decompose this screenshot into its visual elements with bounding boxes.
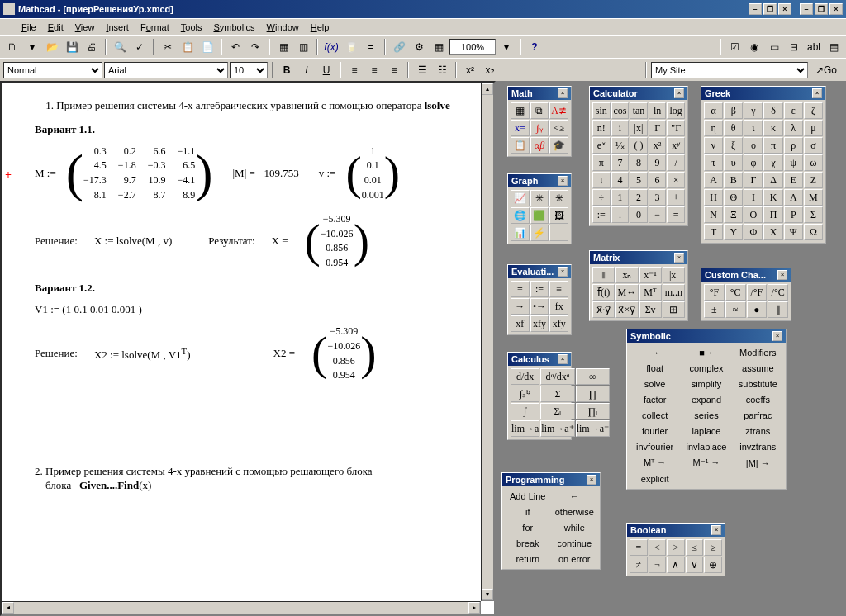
palette-item[interactable]: ι [744, 120, 763, 136]
palette-item[interactable]: ∏ [576, 386, 610, 402]
palette-item[interactable]: / [667, 154, 685, 171]
graph-btn[interactable]: 🌐 [511, 207, 530, 224]
palette-item[interactable]: Χ [763, 224, 782, 240]
palette-item[interactable]: assume [733, 361, 783, 376]
palette-item[interactable]: ν [704, 137, 723, 154]
palette-item[interactable]: dⁿ/dxⁿ [540, 368, 574, 385]
palette-item[interactable]: η [704, 120, 723, 136]
palette-item[interactable]: ∏ᵢ [576, 403, 610, 419]
palette-item[interactable]: Η [704, 189, 723, 206]
fx-button[interactable]: f(x) [322, 38, 340, 56]
palette-item[interactable]: ( ) [630, 137, 648, 154]
math-btn[interactable]: 📋 [511, 137, 530, 154]
palette-item[interactable]: δ [763, 102, 782, 119]
palette-item[interactable]: Μ [804, 189, 823, 206]
palette-item[interactable]: °C [725, 284, 746, 301]
palette-item[interactable]: factor [630, 392, 680, 407]
palette-item[interactable]: coeffs [733, 392, 783, 407]
palette-item[interactable]: lim→a⁺ [540, 420, 574, 437]
palette-item[interactable]: while [552, 520, 598, 535]
palette-item[interactable]: °F [704, 284, 725, 301]
greek-palette[interactable]: Greek× αβγδεζηθικλμνξοπρστυφχψωΑΒΓΔΕΖΗΘΙ… [701, 86, 826, 244]
palette-item[interactable]: = [630, 539, 648, 556]
palette-item[interactable]: •→ [530, 298, 549, 315]
menu-tools[interactable]: Tools [176, 21, 207, 34]
palette-item[interactable]: Ν [704, 206, 723, 223]
palette-item[interactable]: ψ [784, 154, 803, 171]
palette-item[interactable]: Mᵀ → [630, 455, 680, 471]
palette-item[interactable]: "Γ [667, 120, 685, 136]
palette-item[interactable]: α [704, 102, 723, 119]
math-palette[interactable]: Math× ▦⧉A≢ x=∫ᵧ<≥ 📋αβ🎓 [507, 86, 572, 157]
calculus-palette[interactable]: Calculus× d/dxdⁿ/dxⁿ∞∫ₐᵇΣ∏∫Σᵢ∏ᵢlim→alim→… [507, 352, 572, 440]
align2-button[interactable]: ▥ [294, 38, 312, 56]
underline-button[interactable]: U [317, 61, 335, 79]
bold-button[interactable]: B [278, 61, 296, 79]
palette-item[interactable]: 0 [630, 206, 648, 223]
palette-item[interactable]: × [667, 172, 685, 188]
new-button[interactable]: 🗋 [3, 38, 21, 56]
palette-item[interactable]: f⃗(t) [592, 284, 615, 301]
palette-item[interactable]: fourier [630, 424, 680, 438]
close-icon[interactable]: × [558, 267, 568, 277]
math-btn[interactable]: x= [511, 120, 530, 136]
go-button[interactable]: ↗Go [810, 61, 843, 79]
save-button[interactable]: 💾 [63, 38, 81, 56]
palette-item[interactable]: expand [681, 392, 731, 407]
palette-item[interactable]: log [667, 102, 685, 119]
palette-item[interactable]: eˣ [592, 137, 611, 154]
redo-button[interactable]: ↷ [246, 38, 264, 56]
palette-item[interactable]: 6 [649, 172, 667, 188]
palette-item[interactable]: ● [747, 301, 768, 318]
calculator-palette[interactable]: Calculator× sincostanlnlogn!i|x|Γ"Γeˣ¹⁄ₓ… [589, 86, 688, 226]
palette-item[interactable] [681, 471, 731, 486]
palette-item[interactable]: θ [724, 120, 743, 136]
palette-item[interactable]: Υ [724, 224, 743, 240]
palette-item[interactable]: Σv [639, 301, 662, 318]
sub-button[interactable]: x₂ [481, 61, 499, 79]
pal-push-button[interactable]: ▭ [765, 38, 783, 56]
menu-help[interactable]: Help [306, 21, 335, 34]
palette-item[interactable]: 9 [649, 154, 667, 171]
close-icon[interactable]: × [812, 88, 822, 98]
palette-item[interactable]: 5 [630, 172, 648, 188]
palette-item[interactable]: Ο [744, 206, 763, 223]
palette-item[interactable]: 8 [630, 154, 648, 171]
palette-item[interactable]: parfrac [733, 408, 783, 423]
palette-item[interactable]: xfy [530, 315, 549, 332]
palette-item[interactable]: solve [630, 377, 680, 391]
palette-item[interactable]: π [592, 154, 611, 171]
palette-item[interactable]: Α [704, 172, 723, 188]
custom-palette[interactable]: Custom Cha...× °F°C/°F/°C±≈●∥ [701, 268, 791, 321]
close-icon[interactable]: × [777, 270, 787, 280]
palette-item[interactable]: < [649, 539, 667, 556]
palette-item[interactable]: = [667, 206, 685, 223]
zoom-dropdown[interactable]: ▾ [497, 38, 516, 56]
menu-symbolics[interactable]: Symbolics [208, 21, 259, 34]
graph-btn[interactable]: ⚡ [530, 225, 549, 241]
palette-item[interactable]: series [681, 408, 731, 423]
palette-item[interactable]: xf [511, 315, 530, 332]
palette-item[interactable]: λ [784, 120, 803, 136]
align-button[interactable]: ▦ [274, 38, 292, 56]
unit-button[interactable]: 🥛 [342, 38, 360, 56]
graph-palette[interactable]: Graph× 📈✳✳ 🌐🟩🖼 📊⚡ [507, 173, 572, 244]
palette-item[interactable]: x⃗·y⃗ [592, 301, 615, 318]
new-dropdown[interactable]: ▾ [23, 38, 41, 56]
graph-btn[interactable]: ✳ [549, 190, 568, 206]
palette-item[interactable]: ≈ [725, 301, 746, 318]
pal-radio-button[interactable]: ◉ [745, 38, 763, 56]
palette-item[interactable]: substitute [733, 377, 783, 391]
font-select[interactable]: Arial [104, 62, 228, 78]
max-button[interactable]: ❐ [815, 3, 828, 15]
palette-item[interactable]: on error [552, 552, 598, 566]
scrollbar-vertical[interactable]: ▴ ▾ [481, 83, 494, 601]
align-center-button[interactable]: ≡ [365, 61, 383, 79]
palette-item[interactable]: return [505, 552, 551, 566]
palette-item[interactable]: ← [552, 489, 598, 504]
palette-item[interactable]: ■→ [681, 345, 731, 360]
palette-item[interactable]: |M| → [733, 455, 783, 471]
palette-item[interactable]: Γ [744, 172, 763, 188]
zoom-input[interactable] [449, 39, 496, 55]
palette-item[interactable]: for [505, 520, 551, 535]
